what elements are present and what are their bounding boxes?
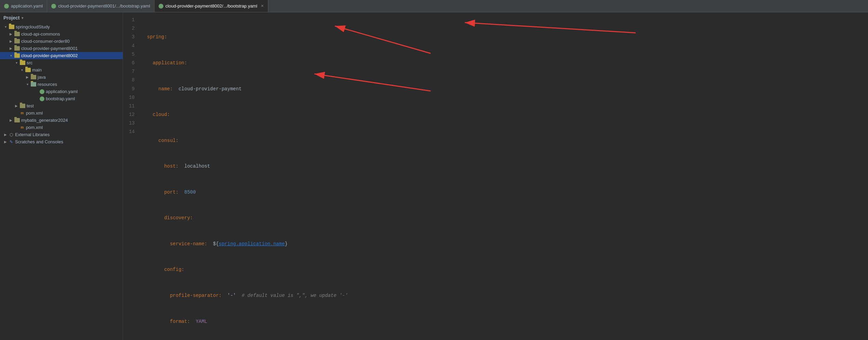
editor-area: 1 2 3 4 5 6 7 8 9 10 11 12 13 14 spring:… bbox=[123, 12, 868, 340]
code-content[interactable]: 1 2 3 4 5 6 7 8 9 10 11 12 13 14 spring:… bbox=[123, 12, 868, 340]
tree-item-pom-xml-8002[interactable]: m pom.xml bbox=[0, 109, 123, 117]
code-line-6: host: localhost bbox=[147, 162, 861, 171]
expand-arrow: ▶ bbox=[9, 39, 13, 43]
tab-close-button[interactable]: ✕ bbox=[261, 4, 264, 8]
folder-icon bbox=[25, 68, 31, 72]
xml-file-icon: m bbox=[20, 111, 25, 116]
folder-icon bbox=[20, 104, 25, 108]
code-line-5: consul: bbox=[147, 136, 861, 145]
tree-item-cloud-consumer-order80[interactable]: ▶ cloud-consumer-order80 bbox=[0, 38, 123, 45]
main-layout: Project ▾ ▾ springcloudStudy ▶ cloud-api… bbox=[0, 12, 868, 340]
tree-item-src[interactable]: ▾ src bbox=[0, 59, 123, 66]
tree-item-label: bootstrap.yaml bbox=[46, 96, 75, 101]
folder-icon bbox=[31, 75, 36, 79]
code-line-10: config: bbox=[147, 265, 861, 274]
folder-icon bbox=[9, 25, 14, 29]
tree-item-label: cloud-provider-payment8002 bbox=[21, 53, 78, 58]
tree-item-label: main bbox=[32, 67, 42, 73]
tree-item-label: mybatis_generator2024 bbox=[21, 118, 68, 123]
tree-item-cloud-provider-payment8001[interactable]: ▶ cloud-provider-payment8001 bbox=[0, 45, 123, 52]
tab-bootstrap-8002[interactable]: cloud-provider-payment8002/.../bootstrap… bbox=[154, 0, 268, 12]
tree-item-label: src bbox=[27, 60, 32, 65]
expand-arrow: ▾ bbox=[14, 61, 18, 65]
folder-icon bbox=[14, 118, 20, 122]
expand-arrow: ▶ bbox=[9, 32, 13, 36]
expand-arrow: ▾ bbox=[9, 54, 13, 57]
code-line-3: name: cloud-provider-payment bbox=[147, 85, 861, 93]
tree-item-label: Scratches and Consoles bbox=[15, 139, 63, 144]
expand-arrow: ▶ bbox=[3, 140, 8, 144]
tree-item-label: pom.xml bbox=[26, 110, 43, 116]
tree-item-test[interactable]: ▶ test bbox=[0, 102, 123, 109]
external-libs-icon: ⬡ bbox=[9, 132, 14, 137]
expand-arrow: ▶ bbox=[9, 47, 13, 50]
folder-icon bbox=[14, 32, 20, 36]
tree-item-label: External Libraries bbox=[15, 132, 50, 137]
chevron-down-icon: ▾ bbox=[22, 16, 23, 20]
tree-item-external-libs[interactable]: ▶ ⬡ External Libraries bbox=[0, 131, 123, 138]
tab-application-yaml[interactable]: application.yaml bbox=[0, 0, 47, 12]
code-line-4: cloud: bbox=[147, 110, 861, 119]
yaml-file-icon bbox=[40, 89, 44, 94]
tree-item-resources[interactable]: ▾ resources bbox=[0, 81, 123, 88]
sidebar-title: Project bbox=[3, 15, 19, 21]
expand-arrow: ▾ bbox=[25, 82, 29, 86]
yaml-file-icon bbox=[159, 4, 163, 9]
tree-item-label: cloud-consumer-order80 bbox=[21, 39, 70, 44]
folder-icon bbox=[14, 46, 20, 51]
folder-icon bbox=[14, 53, 20, 58]
yaml-file-icon bbox=[40, 96, 44, 101]
tree-item-java[interactable]: ▶ java bbox=[0, 74, 123, 81]
tree-item-label: java bbox=[38, 75, 46, 80]
tree-item-bootstrap-yaml[interactable]: bootstrap.yaml bbox=[0, 95, 123, 102]
yaml-file-icon bbox=[4, 4, 9, 9]
tab-bar: application.yaml cloud-provider-payment8… bbox=[0, 0, 868, 12]
tree-item-label: application.yaml bbox=[46, 89, 78, 94]
scratches-icon: ✎ bbox=[9, 140, 14, 144]
tree-item-label: test bbox=[27, 103, 34, 108]
tree-item-main[interactable]: ▾ main bbox=[0, 66, 123, 74]
tree-item-label: resources bbox=[38, 82, 57, 87]
tree-item-springcloud-study[interactable]: ▾ springcloudStudy bbox=[0, 23, 123, 30]
tree-item-mybatis-generator[interactable]: ▶ mybatis_generator2024 bbox=[0, 117, 123, 124]
expand-arrow: ▾ bbox=[3, 25, 8, 29]
yaml-file-icon bbox=[51, 4, 56, 9]
folder-icon bbox=[14, 39, 20, 43]
code-editor[interactable]: spring: application: name: cloud-provide… bbox=[140, 12, 868, 340]
expand-arrow: ▶ bbox=[25, 75, 29, 79]
tree-item-scratches[interactable]: ▶ ✎ Scratches and Consoles bbox=[0, 138, 123, 145]
tree-item-label: springcloudStudy bbox=[16, 24, 50, 29]
resources-folder-icon bbox=[31, 82, 36, 87]
tab-label: application.yaml bbox=[11, 3, 43, 9]
tree-item-label: pom.xml bbox=[26, 125, 43, 130]
folder-icon bbox=[20, 61, 25, 65]
code-line-7: port: 8500 bbox=[147, 188, 861, 197]
tree-item-label: cloud-provider-payment8001 bbox=[21, 46, 78, 51]
tab-bootstrap-8001[interactable]: cloud-provider-payment8001/.../bootstrap… bbox=[47, 0, 154, 12]
sidebar-header: Project ▾ bbox=[0, 12, 123, 23]
line-numbers: 1 2 3 4 5 6 7 8 9 10 11 12 13 14 bbox=[123, 12, 140, 340]
tree-item-application-yaml[interactable]: application.yaml bbox=[0, 88, 123, 95]
code-line-8: discovery: bbox=[147, 214, 861, 222]
expand-arrow: ▶ bbox=[14, 104, 18, 108]
code-line-11: profile-separator: '-' # default value i… bbox=[147, 291, 861, 300]
tab-label: cloud-provider-payment8001/.../bootstrap… bbox=[58, 3, 150, 9]
tree-item-cloud-provider-payment8002[interactable]: ▾ cloud-provider-payment8002 bbox=[0, 52, 123, 59]
xml-file-icon: m bbox=[20, 125, 25, 130]
tab-label: cloud-provider-payment8002/.../bootstrap… bbox=[165, 3, 257, 9]
expand-arrow: ▾ bbox=[20, 68, 24, 72]
expand-arrow: ▶ bbox=[9, 118, 13, 122]
expand-arrow: ▶ bbox=[3, 133, 8, 136]
code-line-2: application: bbox=[147, 59, 861, 67]
code-line-1: spring: bbox=[147, 33, 861, 41]
tree-item-pom-xml-root[interactable]: m pom.xml bbox=[0, 124, 123, 131]
tree-item-label: cloud-api-commons bbox=[21, 31, 60, 37]
code-line-9: service-name: ${spring.application.name} bbox=[147, 240, 861, 248]
code-line-12: format: YAML bbox=[147, 317, 861, 326]
project-sidebar: Project ▾ ▾ springcloudStudy ▶ cloud-api… bbox=[0, 12, 123, 340]
tree-item-cloud-api-commons[interactable]: ▶ cloud-api-commons bbox=[0, 30, 123, 38]
